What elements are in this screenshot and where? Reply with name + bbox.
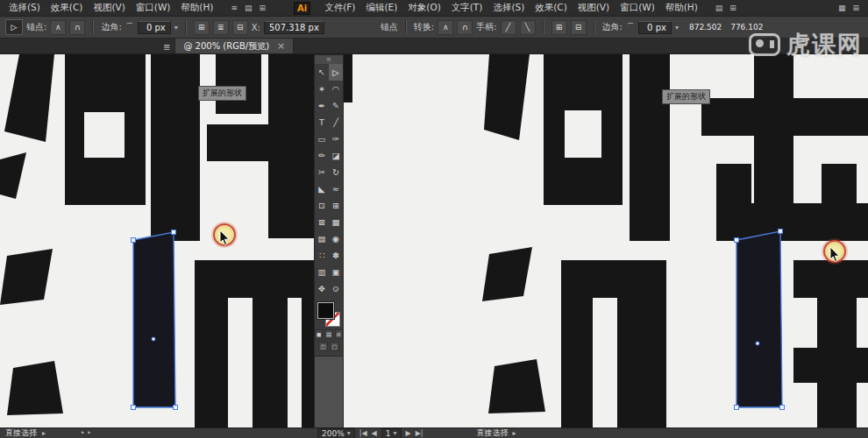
menubar-icon[interactable]: ⊞	[726, 4, 740, 12]
anchor-point[interactable]	[735, 406, 739, 410]
artboard-number-dropdown[interactable]: 1 ▾	[381, 428, 402, 438]
selection-tool[interactable]: ↖	[315, 64, 329, 81]
selected-shape[interactable]	[132, 230, 178, 410]
rotate-tool[interactable]: ↻	[329, 164, 343, 180]
convert-corner-icon[interactable]: ∧	[50, 20, 66, 35]
glyph-shape[interactable]	[544, 54, 623, 110]
last-artboard-button[interactable]: ▶|	[416, 429, 423, 437]
width-tool[interactable]: ≈	[329, 180, 343, 197]
menu-item[interactable]: 帮助(H)	[660, 2, 703, 14]
option-icon-2[interactable]: ≣	[213, 20, 229, 35]
column-graph-tool[interactable]: ▥	[315, 264, 329, 280]
free-transform-tool[interactable]: ⊡	[315, 197, 329, 214]
prev-artboard-button[interactable]: ◀	[372, 429, 377, 437]
glyph-shape[interactable]	[253, 298, 288, 427]
scale-tool[interactable]: ◣	[315, 180, 329, 197]
glyph-shape[interactable]	[561, 260, 666, 298]
glyph-shape[interactable]	[65, 54, 146, 112]
perspective-grid-tool[interactable]: ⊠	[315, 214, 329, 230]
remove-anchor-icon[interactable]: ⊟	[571, 20, 587, 35]
glyph-shape[interactable]	[484, 54, 530, 140]
lasso-tool[interactable]: ◠	[329, 81, 343, 97]
glyph-shape[interactable]	[716, 203, 868, 241]
status-arrow-icon[interactable]: ▸	[513, 429, 516, 437]
x-value-field[interactable]: 507.318 px	[264, 21, 324, 34]
glyph-shape[interactable]	[793, 348, 868, 383]
glyph-shape[interactable]	[793, 260, 868, 298]
chevron-down-icon[interactable]: ▾	[675, 24, 679, 32]
tab-close-icon[interactable]: ×	[277, 40, 285, 52]
curvature-tool[interactable]: ✎	[329, 97, 343, 114]
menubar-corner-icon[interactable]: ⊞	[849, 4, 863, 12]
convert-smooth-icon[interactable]: ∩	[457, 20, 473, 35]
glyph-shape[interactable]	[195, 298, 228, 427]
canvas-right-window[interactable]: 扩展的形状	[344, 54, 868, 427]
direct-selection-tool-icon[interactable]: ▷	[5, 19, 23, 35]
menubar-icon[interactable]: ▤	[712, 4, 727, 12]
hand-tool[interactable]: ✥	[315, 280, 329, 297]
glyph-shape[interactable]	[630, 54, 670, 241]
glyph-shape[interactable]	[302, 260, 314, 427]
glyph-shape[interactable]	[601, 110, 623, 158]
anchor-point[interactable]	[174, 406, 178, 410]
workspace-icon[interactable]: ▤	[241, 4, 256, 12]
next-artboard-button[interactable]: ▶	[406, 429, 411, 437]
glyph-shape[interactable]	[65, 158, 146, 205]
glyph-shape[interactable]	[645, 298, 666, 427]
glyph-shape[interactable]	[216, 54, 261, 114]
menu-item[interactable]: 效果(C)	[530, 2, 573, 14]
menu-item[interactable]: 选择(S)	[487, 2, 530, 14]
glyph-shape[interactable]	[0, 152, 26, 199]
status-arrow-icon[interactable]: ▸	[42, 429, 46, 437]
blend-tool[interactable]: ∷	[315, 247, 329, 264]
anchor-point[interactable]	[132, 406, 136, 410]
anchor-point[interactable]	[172, 230, 176, 235]
chevron-down-icon[interactable]: ▾	[174, 24, 178, 32]
glyph-shape[interactable]	[561, 298, 593, 427]
glyph-shape[interactable]	[482, 247, 532, 301]
type-tool[interactable]: T	[315, 114, 329, 131]
pencil-tool[interactable]: ✏	[315, 147, 329, 164]
convert-corner-icon[interactable]: ∧	[438, 20, 453, 35]
mesh-tool[interactable]: ▦	[329, 214, 343, 230]
option-icon-1[interactable]: ⊞	[194, 20, 210, 35]
glyph-shape[interactable]	[488, 359, 545, 413]
color-mode-button[interactable]: ◼	[315, 329, 323, 339]
glyph-shape[interactable]	[344, 54, 352, 102]
zoom-tool[interactable]: ⊙	[329, 280, 343, 297]
glyph-shape[interactable]	[4, 54, 54, 142]
menu-item[interactable]: 窗口(W)	[615, 2, 660, 14]
canvas-left-window[interactable]: 扩展的形状	[0, 54, 314, 427]
gradient-tool[interactable]: ▤	[315, 230, 329, 247]
none-mode-button[interactable]: ⊘	[335, 329, 343, 339]
rectangle-tool[interactable]: ▭	[315, 131, 329, 147]
glyph-shape[interactable]	[701, 98, 868, 136]
convert-smooth-icon[interactable]: ∩	[69, 20, 85, 35]
menu-item[interactable]: 文件(F)	[319, 2, 360, 14]
zoom-level-dropdown[interactable]: 200% ▾	[317, 428, 355, 438]
glyph-shape[interactable]	[65, 112, 84, 158]
menubar-corner-icon[interactable]: ▦	[835, 4, 850, 12]
menu-item[interactable]: 帮助(H)	[175, 2, 218, 14]
menu-item[interactable]: 选择(S)	[4, 2, 46, 14]
anchor-point[interactable]	[132, 238, 136, 243]
menu-item[interactable]: 效果(C)	[46, 2, 89, 14]
glyph-shape[interactable]	[125, 112, 146, 158]
status-nav-arrows[interactable]: ‣ ‣	[81, 429, 91, 437]
add-anchor-icon[interactable]: ⊞	[551, 20, 567, 35]
option-icon-3[interactable]: ⊟	[232, 20, 248, 35]
eyedropper-tool[interactable]: ◉	[329, 230, 343, 247]
magic-wand-tool[interactable]: ✶	[315, 81, 329, 97]
corner-value-field[interactable]: 0 px	[138, 21, 171, 34]
draw-mode-button[interactable]: ◫	[318, 342, 328, 351]
workspace-icon[interactable]: ⊞	[256, 4, 270, 12]
pen-tool[interactable]: ✒	[315, 97, 329, 114]
menu-item[interactable]: 编辑(E)	[360, 2, 402, 14]
corner-value-field[interactable]: 0 px	[638, 21, 672, 34]
glyph-shape[interactable]	[151, 54, 200, 241]
document-tab[interactable]: @ 200% (RGB/预览) ×	[174, 38, 294, 53]
eraser-tool[interactable]: ◪	[329, 147, 343, 164]
shape-builder-tool[interactable]: ⊞	[329, 197, 343, 214]
selected-shape[interactable]	[735, 230, 785, 410]
glyph-shape[interactable]	[7, 361, 63, 415]
